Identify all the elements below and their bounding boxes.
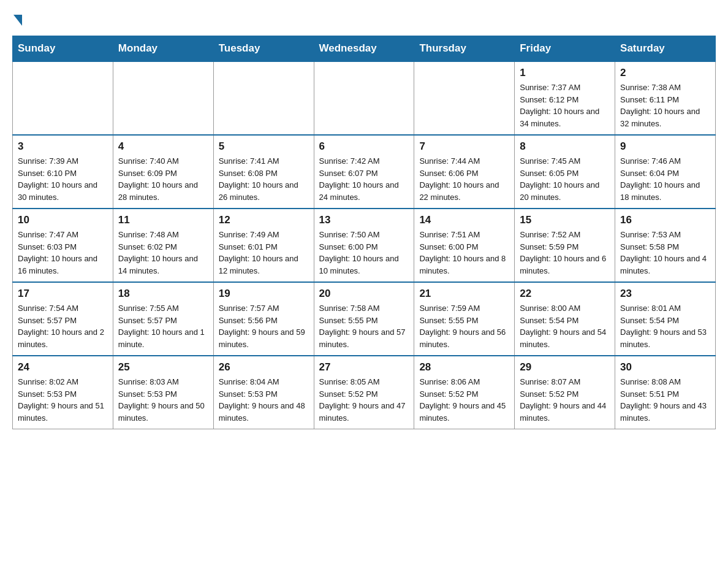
day-number: 27: [319, 361, 409, 373]
calendar-cell: 9Sunrise: 7:46 AM Sunset: 6:04 PM Daylig…: [615, 135, 716, 209]
calendar-cell: 4Sunrise: 7:40 AM Sunset: 6:09 PM Daylig…: [113, 135, 213, 209]
calendar-cell: [213, 61, 314, 135]
day-info: Sunrise: 7:38 AM Sunset: 6:11 PM Dayligh…: [620, 82, 710, 129]
day-number: 25: [118, 361, 208, 373]
day-number: 14: [419, 214, 509, 226]
calendar-cell: 20Sunrise: 7:58 AM Sunset: 5:55 PM Dayli…: [314, 282, 414, 356]
day-info: Sunrise: 7:52 AM Sunset: 5:59 PM Dayligh…: [520, 229, 610, 277]
day-number: 20: [319, 288, 409, 300]
calendar-cell: 26Sunrise: 8:04 AM Sunset: 5:53 PM Dayli…: [213, 356, 314, 429]
day-info: Sunrise: 8:06 AM Sunset: 5:52 PM Dayligh…: [419, 376, 509, 424]
day-info: Sunrise: 7:47 AM Sunset: 6:03 PM Dayligh…: [18, 229, 108, 277]
column-header-saturday: Saturday: [615, 36, 716, 62]
day-info: Sunrise: 8:08 AM Sunset: 5:51 PM Dayligh…: [620, 376, 710, 424]
calendar-cell: [314, 61, 414, 135]
day-info: Sunrise: 8:01 AM Sunset: 5:54 PM Dayligh…: [620, 302, 710, 350]
day-number: 15: [520, 214, 610, 226]
day-number: 17: [18, 288, 108, 300]
day-info: Sunrise: 7:42 AM Sunset: 6:07 PM Dayligh…: [319, 155, 409, 203]
day-number: 23: [620, 288, 710, 300]
day-number: 7: [419, 140, 509, 153]
day-info: Sunrise: 8:03 AM Sunset: 5:53 PM Dayligh…: [118, 376, 208, 424]
day-info: Sunrise: 7:44 AM Sunset: 6:06 PM Dayligh…: [419, 155, 509, 203]
calendar-table: SundayMondayTuesdayWednesdayThursdayFrid…: [12, 36, 716, 429]
day-info: Sunrise: 8:07 AM Sunset: 5:52 PM Dayligh…: [520, 376, 610, 424]
calendar-cell: 21Sunrise: 7:59 AM Sunset: 5:55 PM Dayli…: [414, 282, 515, 356]
column-header-sunday: Sunday: [13, 36, 113, 62]
day-info: Sunrise: 7:54 AM Sunset: 5:57 PM Dayligh…: [18, 302, 108, 350]
calendar-cell: [113, 61, 213, 135]
day-number: 22: [520, 288, 610, 300]
calendar-cell: [414, 61, 515, 135]
calendar-cell: [13, 61, 113, 135]
calendar-cell: 22Sunrise: 8:00 AM Sunset: 5:54 PM Dayli…: [515, 282, 615, 356]
day-info: Sunrise: 7:39 AM Sunset: 6:10 PM Dayligh…: [18, 155, 108, 203]
calendar-cell: 23Sunrise: 8:01 AM Sunset: 5:54 PM Dayli…: [615, 282, 716, 356]
day-info: Sunrise: 7:40 AM Sunset: 6:09 PM Dayligh…: [118, 155, 208, 203]
column-header-monday: Monday: [113, 36, 213, 62]
day-info: Sunrise: 7:46 AM Sunset: 6:04 PM Dayligh…: [620, 155, 710, 203]
calendar-cell: 1Sunrise: 7:37 AM Sunset: 6:12 PM Daylig…: [515, 61, 615, 135]
calendar-cell: 6Sunrise: 7:42 AM Sunset: 6:07 PM Daylig…: [314, 135, 414, 209]
page-header: [12, 12, 716, 23]
day-info: Sunrise: 8:02 AM Sunset: 5:53 PM Dayligh…: [18, 376, 108, 424]
day-info: Sunrise: 7:59 AM Sunset: 5:55 PM Dayligh…: [419, 302, 509, 350]
calendar-cell: 18Sunrise: 7:55 AM Sunset: 5:57 PM Dayli…: [113, 282, 213, 356]
calendar-cell: 27Sunrise: 8:05 AM Sunset: 5:52 PM Dayli…: [314, 356, 414, 429]
column-header-wednesday: Wednesday: [314, 36, 414, 62]
logo-general-text: [12, 12, 22, 26]
calendar-cell: 12Sunrise: 7:49 AM Sunset: 6:01 PM Dayli…: [213, 209, 314, 282]
day-info: Sunrise: 7:41 AM Sunset: 6:08 PM Dayligh…: [219, 155, 309, 203]
week-row-2: 3Sunrise: 7:39 AM Sunset: 6:10 PM Daylig…: [13, 135, 716, 209]
day-info: Sunrise: 8:00 AM Sunset: 5:54 PM Dayligh…: [520, 302, 610, 350]
day-number: 18: [118, 288, 208, 300]
calendar-cell: 11Sunrise: 7:48 AM Sunset: 6:02 PM Dayli…: [113, 209, 213, 282]
day-number: 5: [219, 140, 309, 153]
week-row-1: 1Sunrise: 7:37 AM Sunset: 6:12 PM Daylig…: [13, 61, 716, 135]
day-number: 9: [620, 140, 710, 153]
day-number: 4: [118, 140, 208, 153]
column-header-tuesday: Tuesday: [213, 36, 314, 62]
day-info: Sunrise: 7:51 AM Sunset: 6:00 PM Dayligh…: [419, 229, 509, 277]
calendar-cell: 10Sunrise: 7:47 AM Sunset: 6:03 PM Dayli…: [13, 209, 113, 282]
day-number: 8: [520, 140, 610, 153]
calendar-cell: 17Sunrise: 7:54 AM Sunset: 5:57 PM Dayli…: [13, 282, 113, 356]
day-info: Sunrise: 7:45 AM Sunset: 6:05 PM Dayligh…: [520, 155, 610, 203]
logo: [12, 12, 22, 23]
day-info: Sunrise: 7:55 AM Sunset: 5:57 PM Dayligh…: [118, 302, 208, 350]
calendar-cell: 15Sunrise: 7:52 AM Sunset: 5:59 PM Dayli…: [515, 209, 615, 282]
calendar-cell: 3Sunrise: 7:39 AM Sunset: 6:10 PM Daylig…: [13, 135, 113, 209]
calendar-cell: 5Sunrise: 7:41 AM Sunset: 6:08 PM Daylig…: [213, 135, 314, 209]
day-number: 11: [118, 214, 208, 226]
calendar-cell: 28Sunrise: 8:06 AM Sunset: 5:52 PM Dayli…: [414, 356, 515, 429]
day-info: Sunrise: 7:58 AM Sunset: 5:55 PM Dayligh…: [319, 302, 409, 350]
day-number: 3: [18, 140, 108, 153]
day-number: 29: [520, 361, 610, 373]
day-info: Sunrise: 8:05 AM Sunset: 5:52 PM Dayligh…: [319, 376, 409, 424]
day-info: Sunrise: 8:04 AM Sunset: 5:53 PM Dayligh…: [219, 376, 309, 424]
calendar-cell: 16Sunrise: 7:53 AM Sunset: 5:58 PM Dayli…: [615, 209, 716, 282]
day-info: Sunrise: 7:49 AM Sunset: 6:01 PM Dayligh…: [219, 229, 309, 277]
day-number: 12: [219, 214, 309, 226]
day-number: 13: [319, 214, 409, 226]
calendar-cell: 25Sunrise: 8:03 AM Sunset: 5:53 PM Dayli…: [113, 356, 213, 429]
week-row-5: 24Sunrise: 8:02 AM Sunset: 5:53 PM Dayli…: [13, 356, 716, 429]
calendar-header-row: SundayMondayTuesdayWednesdayThursdayFrid…: [13, 36, 716, 62]
column-header-friday: Friday: [515, 36, 615, 62]
calendar-cell: 30Sunrise: 8:08 AM Sunset: 5:51 PM Dayli…: [615, 356, 716, 429]
day-info: Sunrise: 7:50 AM Sunset: 6:00 PM Dayligh…: [319, 229, 409, 277]
calendar-cell: 7Sunrise: 7:44 AM Sunset: 6:06 PM Daylig…: [414, 135, 515, 209]
day-number: 6: [319, 140, 409, 153]
day-number: 16: [620, 214, 710, 226]
day-number: 24: [18, 361, 108, 373]
day-number: 28: [419, 361, 509, 373]
day-number: 19: [219, 288, 309, 300]
day-number: 10: [18, 214, 108, 226]
day-info: Sunrise: 7:57 AM Sunset: 5:56 PM Dayligh…: [219, 302, 309, 350]
day-number: 1: [520, 67, 610, 79]
calendar-cell: 14Sunrise: 7:51 AM Sunset: 6:00 PM Dayli…: [414, 209, 515, 282]
day-info: Sunrise: 7:48 AM Sunset: 6:02 PM Dayligh…: [118, 229, 208, 277]
calendar-cell: 8Sunrise: 7:45 AM Sunset: 6:05 PM Daylig…: [515, 135, 615, 209]
day-number: 26: [219, 361, 309, 373]
column-header-thursday: Thursday: [414, 36, 515, 62]
